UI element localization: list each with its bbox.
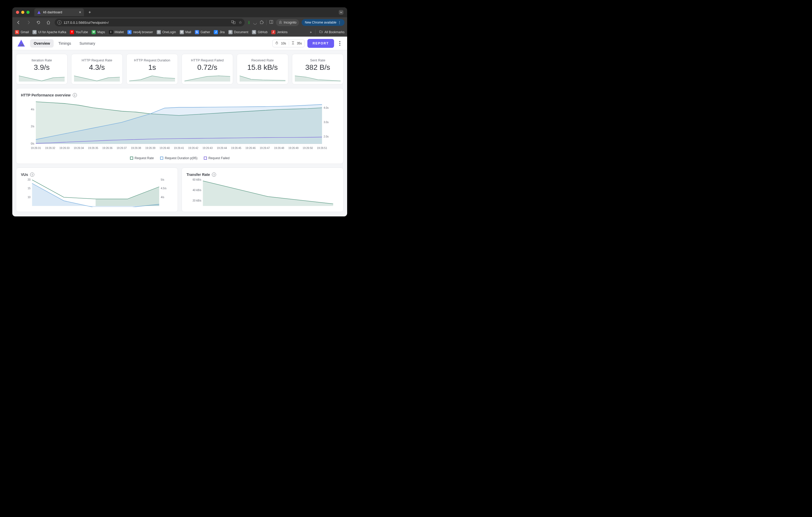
card-label: HTTP Request Duration [129, 58, 175, 62]
panel-title-text: Transfer Rate [186, 173, 210, 177]
time-controls[interactable]: 10s 35s [272, 39, 305, 47]
info-icon[interactable]: i [30, 173, 34, 177]
extension-icon[interactable]: ◡ [253, 20, 257, 25]
url-text: 127.0.0.1:5665/ui/?endpoint=/ [64, 21, 109, 25]
bookmark-favicon-icon: J [214, 30, 218, 34]
legend-item[interactable]: Request Duration p(95) [160, 156, 198, 160]
bookmark-item[interactable]: GGitHub [252, 30, 267, 34]
close-window-button[interactable] [16, 11, 19, 14]
svg-text:19:26:45: 19:26:45 [231, 147, 241, 150]
card-value: 1s [129, 63, 175, 71]
site-info-icon[interactable]: i [57, 20, 61, 25]
tab-summary[interactable]: Summary [76, 39, 99, 48]
extensions-puzzle-icon[interactable] [260, 20, 264, 25]
download-icon[interactable]: ⬇ [247, 20, 251, 25]
svg-text:19:26:36: 19:26:36 [102, 147, 113, 150]
svg-text:19:26:32: 19:26:32 [45, 147, 55, 150]
svg-text:19:26:47: 19:26:47 [260, 147, 270, 150]
bookmark-item[interactable]: nneo4j browser [127, 30, 153, 34]
vus-panel: VUs i 1015204/s4.5/s5/s [16, 168, 178, 212]
refresh-interval: 10s [281, 41, 286, 45]
address-bar[interactable]: i 127.0.0.1:5665/ui/?endpoint=/ ☆ [55, 19, 244, 26]
back-button[interactable] [15, 19, 22, 26]
sparkline-chart [295, 74, 341, 82]
more-menu-button[interactable] [337, 41, 343, 46]
bookmark-item[interactable]: MMail [180, 30, 191, 34]
bookmark-item[interactable]: GGmail [15, 30, 29, 34]
reload-button[interactable] [35, 19, 42, 26]
chrome-actions: ⬇ ◡ Incognito New Chrome available ⋮ [247, 19, 345, 26]
legend-label: Request Duration p(95) [165, 156, 198, 160]
svg-text:60 kB/s: 60 kB/s [193, 178, 201, 181]
close-tab-icon[interactable]: ✕ [79, 10, 81, 14]
incognito-badge[interactable]: Incognito [276, 19, 299, 26]
app-topbar: k6 OverviewTimingsSummary 10s 35s REPORT [12, 37, 347, 50]
bookmark-star-icon[interactable]: ☆ [239, 20, 242, 25]
card-value: 382 B/s [295, 63, 341, 71]
update-label: New Chrome available [305, 21, 337, 24]
incognito-icon [279, 20, 282, 25]
menu-dots-icon: ⋮ [338, 21, 341, 24]
browser-toolbar: i 127.0.0.1:5665/ui/?endpoint=/ ☆ ⬇ ◡ In… [12, 17, 347, 28]
bookmark-favicon-icon: n [127, 30, 132, 34]
svg-text:15: 15 [27, 187, 31, 190]
legend-item[interactable]: Request Failed [204, 156, 230, 160]
bookmark-label: Gather [201, 30, 210, 34]
info-icon[interactable]: i [212, 173, 216, 177]
bookmark-item[interactable]: JJira [214, 30, 225, 34]
bookmark-item[interactable]: MMaps [92, 30, 105, 34]
tab-timings[interactable]: Timings [55, 39, 75, 48]
minimize-window-button[interactable] [21, 11, 24, 14]
bookmark-label: Jenkins [277, 30, 288, 34]
tab-list-button[interactable] [339, 10, 344, 14]
tab-overview[interactable]: Overview [30, 39, 54, 48]
info-icon[interactable]: i [73, 93, 77, 97]
forward-button[interactable] [25, 19, 32, 26]
bookmark-label: Gmail [21, 30, 29, 34]
bookmark-item[interactable]: UUI for Apache Kafka [32, 30, 66, 34]
bookmark-favicon-icon: M [180, 30, 184, 34]
bookmark-item[interactable]: YYouTube [70, 30, 88, 34]
svg-text:0/s: 0/s [31, 142, 34, 145]
svg-text:5/s: 5/s [161, 178, 164, 181]
svg-rect-3 [270, 20, 273, 24]
all-bookmarks-button[interactable]: All Bookmarks [319, 30, 345, 34]
bookmark-label: YouTube [76, 30, 88, 34]
report-button[interactable]: REPORT [308, 39, 334, 48]
transfer-rate-panel: Transfer Rate i 20 kB/s40 kB/s60 kB/s [181, 168, 344, 212]
tab-title: k6 dashboard [43, 10, 62, 14]
legend-item[interactable]: Request Rate [130, 156, 154, 160]
divider [289, 41, 289, 45]
bookmark-favicon-icon: i [109, 30, 113, 34]
bookmark-item[interactable]: GGather [195, 30, 210, 34]
svg-text:4/s: 4/s [161, 196, 164, 199]
bookmark-label: neo4j browser [133, 30, 153, 34]
svg-text:19:26:50: 19:26:50 [303, 147, 313, 150]
bookmark-item[interactable]: OOneLogin [157, 30, 176, 34]
card-label: Sent Rate [295, 58, 341, 62]
svg-text:19:26:39: 19:26:39 [145, 147, 155, 150]
new-tab-button[interactable]: + [86, 9, 93, 16]
bookmark-item[interactable]: DDocument [228, 30, 249, 34]
browser-tab[interactable]: k6 dashboard ✕ [34, 8, 84, 16]
svg-text:19:26:51: 19:26:51 [317, 147, 327, 150]
bookmark-favicon-icon: Y [70, 30, 74, 34]
hourglass-icon [292, 41, 294, 45]
summary-card: HTTP Request Rate 4.3/s [71, 54, 123, 84]
bookmarks-overflow-icon[interactable]: » [310, 30, 312, 34]
home-button[interactable] [45, 19, 52, 26]
translate-icon[interactable] [231, 20, 235, 25]
bookmark-item[interactable]: JJenkins [271, 30, 288, 34]
incognito-label: Incognito [284, 21, 297, 24]
chart-legend: Request RateRequest Duration p(95)Reques… [21, 156, 339, 160]
bookmark-label: Mail [185, 30, 191, 34]
http-performance-panel: HTTP Performance overview i 0/s2/s4/s2.0… [16, 88, 344, 164]
svg-text:19:26:44: 19:26:44 [217, 147, 227, 150]
chrome-update-button[interactable]: New Chrome available ⋮ [301, 19, 345, 26]
maximize-window-button[interactable] [26, 11, 30, 14]
bookmark-label: Maps [97, 30, 105, 34]
bookmark-item[interactable]: iiWallet [109, 30, 124, 34]
bookmark-favicon-icon: U [32, 30, 37, 34]
svg-marker-13 [184, 76, 230, 82]
side-panel-icon[interactable] [269, 20, 273, 25]
